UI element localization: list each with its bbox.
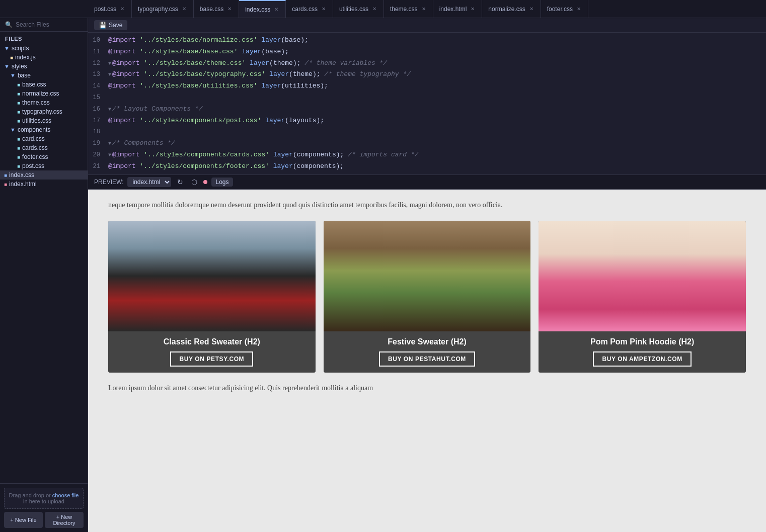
save-disk-icon: 💾 xyxy=(99,22,107,29)
card-image-dog2 xyxy=(324,221,531,331)
card-image-dog3 xyxy=(539,221,746,331)
tree-item-index-css[interactable]: ■index.css xyxy=(0,170,88,180)
code-line-10: 10@import '../styles/base/normalize.css'… xyxy=(88,35,766,46)
tree-item-name: index.html xyxy=(9,181,37,188)
logs-button[interactable]: Logs xyxy=(211,178,233,187)
fold-arrow-icon[interactable]: ▼ xyxy=(108,152,111,158)
new-file-button[interactable]: + New File xyxy=(4,512,43,528)
card-title: Festive Sweater (H2) xyxy=(330,337,525,346)
refresh-button[interactable]: ↻ xyxy=(175,177,185,187)
tree-item-index-html[interactable]: ■index.html xyxy=(0,180,88,189)
tree-item-name: components xyxy=(18,126,50,133)
tab-close-icon[interactable]: ✕ xyxy=(181,5,187,13)
card-buy-button[interactable]: BUY ON PETSY.COM xyxy=(170,351,253,367)
tab-close-icon[interactable]: ✕ xyxy=(321,5,327,13)
tree-item-name: index.css xyxy=(9,171,34,179)
code-editor[interactable]: 10@import '../styles/base/normalize.css'… xyxy=(88,33,766,174)
tree-item-name: post.css xyxy=(22,162,44,169)
line-content: ▼/* Components */ xyxy=(108,138,175,149)
external-link-button[interactable]: ⬡ xyxy=(189,177,199,187)
tab-theme-css[interactable]: theme.css✕ xyxy=(384,0,433,18)
tree-item-components[interactable]: ▼components xyxy=(0,125,88,134)
tree-item-base[interactable]: ▼base xyxy=(0,71,88,80)
line-content: @import '../styles/components/footer.css… xyxy=(108,161,344,172)
tab-normalize-css[interactable]: normalize.css✕ xyxy=(482,0,541,18)
tree-item-name: utilities.css xyxy=(22,117,51,124)
editor-preview: 💾 Save 10@import '../styles/base/normali… xyxy=(88,18,766,532)
tab-close-icon[interactable]: ✕ xyxy=(421,5,427,13)
line-content: ▼/* Layout Components */ xyxy=(108,104,202,115)
tree-item-cards-css[interactable]: ■cards.css xyxy=(0,143,88,152)
line-content: @import '../styles/components/post.css' … xyxy=(108,116,324,126)
tree-item-name: scripts xyxy=(12,45,29,52)
tab-bar: post.css✕typography.css✕base.css✕index.c… xyxy=(0,0,766,18)
card: Pom Pom Pink Hoodie (H2)BUY ON AMPETZON.… xyxy=(539,221,746,373)
tab-utilities-css[interactable]: utilities.css✕ xyxy=(333,0,384,18)
card-buy-button[interactable]: BUY ON PESTAHUT.COM xyxy=(379,351,475,367)
tree-item-base-css[interactable]: ■base.css xyxy=(0,80,88,89)
save-button[interactable]: 💾 Save xyxy=(94,20,127,30)
preview-bar: PREVIEW: index.html ↻ ⬡ Logs xyxy=(88,174,766,190)
tab-typography-css[interactable]: typography.css✕ xyxy=(132,0,194,18)
tree-item-utilities-css[interactable]: ■utilities.css xyxy=(0,116,88,125)
code-line-20: 20▼@import '../styles/components/cards.c… xyxy=(88,149,766,161)
drag-text2: in here to upload xyxy=(23,498,64,504)
code-line-15: 15 xyxy=(88,92,766,104)
tree-item-normalize-css[interactable]: ■normalize.css xyxy=(0,89,88,98)
tab-index-html[interactable]: index.html✕ xyxy=(433,0,483,18)
sidebar-buttons: + New File + New Directory xyxy=(4,512,84,528)
code-line-16: 16▼/* Layout Components */ xyxy=(88,104,766,115)
tab-index-css[interactable]: index.css✕ xyxy=(239,0,286,18)
card-buy-button[interactable]: BUY ON AMPETZON.COM xyxy=(593,351,691,367)
tab-close-icon[interactable]: ✕ xyxy=(226,5,233,13)
fold-arrow-icon[interactable]: ▼ xyxy=(108,107,111,112)
tree-item-typography-css[interactable]: ■typography.css xyxy=(0,107,88,116)
line-number: 20 xyxy=(88,150,108,160)
fold-arrow-icon[interactable]: ▼ xyxy=(108,72,111,77)
preview-file-select[interactable]: index.html xyxy=(127,177,171,187)
new-directory-button[interactable]: + New Directory xyxy=(45,512,84,528)
line-number: 14 xyxy=(88,81,108,91)
tab-close-icon[interactable]: ✕ xyxy=(273,6,279,13)
line-number: 21 xyxy=(88,162,108,171)
tree-item-index-js[interactable]: ■index.js xyxy=(0,53,88,62)
tab-close-icon[interactable]: ✕ xyxy=(528,5,534,13)
tab-cards-css[interactable]: cards.css✕ xyxy=(286,0,333,18)
main-area: 🔍 Search Files Files ▼scripts■index.js▼s… xyxy=(0,18,766,532)
tab-post-css[interactable]: post.css✕ xyxy=(88,0,132,18)
tree-item-scripts[interactable]: ▼scripts xyxy=(0,44,88,53)
tab-close-icon[interactable]: ✕ xyxy=(119,5,125,13)
tree-item-name: typography.css xyxy=(22,108,62,115)
tree-item-theme-css[interactable]: ■theme.css xyxy=(0,98,88,107)
tree-item-post-css[interactable]: ■post.css xyxy=(0,161,88,170)
search-bar[interactable]: 🔍 Search Files xyxy=(0,18,88,32)
card-body: Pom Pom Pink Hoodie (H2)BUY ON AMPETZON.… xyxy=(539,331,746,373)
folder-icon: ▼ xyxy=(4,63,10,69)
preview-content: neque tempore mollitia doloremque nemo d… xyxy=(88,190,766,532)
line-number: 13 xyxy=(88,70,108,79)
choose-file-link[interactable]: choose file xyxy=(52,492,79,498)
tree-item-footer-css[interactable]: ■footer.css xyxy=(0,152,88,161)
tab-footer-css[interactable]: footer.css✕ xyxy=(541,0,588,18)
line-number: 17 xyxy=(88,116,108,126)
tab-close-icon[interactable]: ✕ xyxy=(371,5,377,13)
css-icon: ■ xyxy=(17,154,20,160)
fold-arrow-icon[interactable]: ▼ xyxy=(108,141,111,146)
line-number: 15 xyxy=(88,93,108,103)
css-icon: ■ xyxy=(17,82,20,87)
code-line-13: 13▼@import '../styles/base/typography.cs… xyxy=(88,69,766,80)
drag-text: Drag and drop or xyxy=(9,492,51,498)
preview-label: PREVIEW: xyxy=(94,179,123,186)
drag-drop-area[interactable]: Drag and drop or choose file in here to … xyxy=(4,488,84,509)
fold-arrow-icon[interactable]: ▼ xyxy=(108,61,111,66)
tab-close-icon[interactable]: ✕ xyxy=(576,5,582,13)
js-icon: ■ xyxy=(10,55,13,60)
tree-item-styles[interactable]: ▼styles xyxy=(0,62,88,71)
save-label: Save xyxy=(109,22,122,29)
line-number: 18 xyxy=(88,127,108,137)
css-icon: ■ xyxy=(17,100,20,106)
tab-base-css[interactable]: base.css✕ xyxy=(194,0,239,18)
line-content: @import '../styles/base/base.css' layer(… xyxy=(108,47,289,57)
tab-close-icon[interactable]: ✕ xyxy=(470,5,476,13)
tree-item-card-css[interactable]: ■card.css xyxy=(0,134,88,143)
